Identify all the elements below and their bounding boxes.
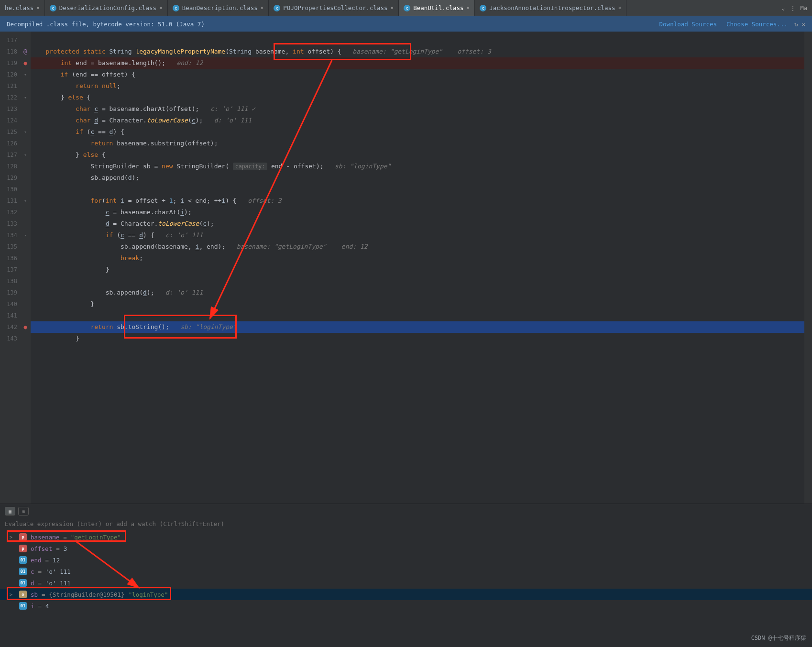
tab-label: BeanDescription.class: [182, 4, 258, 11]
class-icon: c: [480, 5, 486, 11]
watches-tab-icon[interactable]: ≋: [18, 507, 29, 515]
more-icon[interactable]: ⋮: [790, 5, 796, 11]
variable-row[interactable]: >osb = {StringBuilder@19501} "loginType": [0, 589, 812, 600]
variable-row[interactable]: 01c = 'o' 111: [0, 566, 812, 577]
code-line[interactable]: c = basename.charAt(i);: [31, 207, 804, 218]
maven-label[interactable]: Ma: [801, 5, 807, 11]
code-line[interactable]: protected static String legacyMangleProp…: [31, 46, 804, 57]
code-line[interactable]: if (end == offset) {: [31, 69, 804, 80]
class-icon: c: [50, 5, 56, 11]
banner-msg: Decompiled .class file, bytecode version…: [7, 21, 205, 28]
editor-tabbar: he.class × c DeserializationConfig.class…: [0, 0, 812, 16]
code-line[interactable]: int end = basename.length(); end: 12: [31, 57, 804, 69]
decompiled-banner: Decompiled .class file, bytecode version…: [0, 16, 812, 32]
code-line[interactable]: }: [31, 264, 804, 275]
code-line[interactable]: [31, 275, 804, 287]
code-line[interactable]: [31, 34, 804, 46]
variable-row[interactable]: 01end = 12: [0, 554, 812, 566]
code-line[interactable]: d = Character.toLowerCase(c);: [31, 218, 804, 230]
tab-deser[interactable]: c DeserializationConfig.class ×: [45, 0, 168, 16]
class-icon: c: [404, 5, 410, 11]
tab-label: BeanUtil.class: [413, 4, 463, 11]
variable-row[interactable]: poffset = 3: [0, 543, 812, 554]
tab-jackson[interactable]: c JacksonAnnotationIntrospector.class ×: [475, 0, 626, 16]
code-line[interactable]: } else {: [31, 92, 804, 103]
close-banner-icon[interactable]: ✕: [801, 21, 805, 28]
close-icon[interactable]: ×: [618, 5, 622, 11]
class-icon: c: [274, 5, 280, 11]
code-line[interactable]: }: [31, 333, 804, 344]
editor: 1171181191201211221231241251261271281291…: [0, 32, 812, 504]
close-icon[interactable]: ×: [261, 5, 264, 11]
code-line[interactable]: }: [31, 298, 804, 310]
download-sources-link[interactable]: Download Sources: [659, 21, 717, 28]
variables-tab-icon[interactable]: ▦: [5, 507, 15, 515]
code-line[interactable]: sb.append(d); d: 'o' 111: [31, 287, 804, 298]
marker-gutter: [20, 32, 31, 504]
tab-beandesc[interactable]: c BeanDescription.class ×: [168, 0, 269, 16]
debug-panel: ▦ ≋ Evaluate expression (Enter) or add a…: [0, 504, 812, 647]
tab-label: he.class: [5, 4, 33, 11]
chevron-down-icon[interactable]: ⌄: [781, 5, 785, 11]
code-line[interactable]: if (c == d) { c: 'o' 111: [31, 230, 804, 241]
close-icon[interactable]: ×: [391, 5, 394, 11]
tabbar-actions: ⌄ ⋮ Ma: [777, 5, 812, 11]
variables-tree: >pbasename = "getLoginType"poffset = 301…: [0, 530, 812, 647]
tab-pojo[interactable]: c POJOPropertiesCollector.class ×: [269, 0, 399, 16]
line-gutter: 1171181191201211221231241251261271281291…: [0, 32, 20, 504]
tab-label: POJOPropertiesCollector.class: [283, 4, 387, 11]
code-line[interactable]: char d = Character.toLowerCase(c); d: 'o…: [31, 115, 804, 126]
code-line[interactable]: break;: [31, 252, 804, 264]
right-gutter[interactable]: [804, 32, 812, 504]
code-line[interactable]: char c = basename.charAt(offset); c: 'o'…: [31, 103, 804, 115]
close-icon[interactable]: ×: [36, 5, 40, 11]
code-line[interactable]: return basename.substring(offset);: [31, 138, 804, 149]
tab-he[interactable]: he.class ×: [0, 0, 45, 16]
class-icon: c: [173, 5, 179, 11]
code-line[interactable]: sb.append(d);: [31, 172, 804, 184]
variable-row[interactable]: >pbasename = "getLoginType": [0, 531, 812, 543]
code-line[interactable]: if (c == d) {: [31, 126, 804, 138]
debug-toolbar: ▦ ≋: [0, 504, 812, 518]
variable-row[interactable]: 01d = 'o' 111: [0, 577, 812, 589]
sync-icon[interactable]: ↻: [794, 21, 798, 28]
code-line[interactable]: return null;: [31, 80, 804, 92]
variable-row[interactable]: 01i = 4: [0, 600, 812, 612]
close-icon[interactable]: ×: [159, 5, 163, 11]
code-line[interactable]: for(int i = offset + 1; i < end; ++i) { …: [31, 195, 804, 207]
code-line[interactable]: StringBuilder sb = new StringBuilder( ca…: [31, 161, 804, 172]
code-line[interactable]: sb.append(basename, i, end); basename: "…: [31, 241, 804, 252]
close-icon[interactable]: ×: [467, 5, 470, 11]
tab-beanutil[interactable]: c BeanUtil.class ×: [399, 0, 475, 16]
tab-label: DeserializationConfig.class: [59, 4, 156, 11]
code-line[interactable]: [31, 184, 804, 195]
choose-sources-link[interactable]: Choose Sources...: [726, 21, 788, 28]
watch-input[interactable]: Evaluate expression (Enter) or add a wat…: [5, 520, 807, 527]
code-line[interactable]: [31, 310, 804, 321]
code-area[interactable]: protected static String legacyMangleProp…: [31, 32, 804, 504]
code-line[interactable]: return sb.toString(); sb: "loginType": [31, 321, 804, 333]
tab-label: JacksonAnnotationIntrospector.class: [489, 4, 615, 11]
code-line[interactable]: } else {: [31, 149, 804, 161]
watermark: CSDN @十七号程序猿: [751, 634, 806, 642]
